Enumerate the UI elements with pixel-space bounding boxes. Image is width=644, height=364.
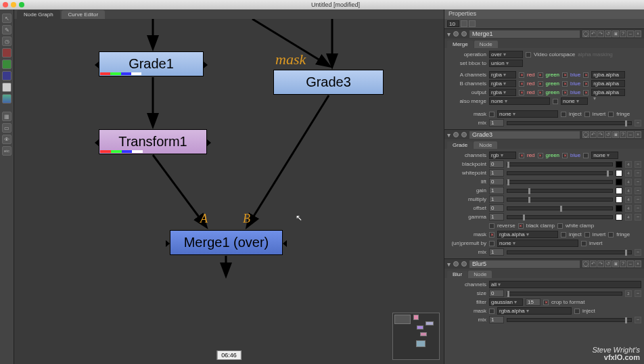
anim-icon[interactable]: ~ xyxy=(635,249,641,256)
b-red-checkbox[interactable] xyxy=(519,81,524,87)
grid-tool-icon[interactable]: ▦ xyxy=(2,112,12,121)
quad-icon[interactable]: 4 xyxy=(625,214,632,221)
tab-grade[interactable]: Grade xyxy=(447,141,473,149)
g-mix-input[interactable]: 1 xyxy=(489,248,504,256)
anim-icon[interactable]: ~ xyxy=(635,161,641,168)
offset-slider[interactable] xyxy=(507,206,613,210)
quad-icon[interactable]: 4 xyxy=(625,170,632,177)
zoom-traffic-light[interactable] xyxy=(19,2,24,7)
minimap[interactable] xyxy=(392,313,440,360)
tab-merge[interactable]: Merge xyxy=(447,41,474,48)
b-alpha-select[interactable]: rgba.alpha xyxy=(591,80,625,87)
undo-icon[interactable]: ↶ xyxy=(590,131,597,138)
whitepoint-slider[interactable] xyxy=(507,171,613,175)
minimize-traffic-light[interactable] xyxy=(11,2,16,7)
a-blue-checkbox[interactable] xyxy=(562,72,568,78)
a-alpha-select[interactable]: rgba.alpha xyxy=(591,71,625,78)
g-mask-select[interactable]: rgba.alpha xyxy=(497,231,558,238)
revert-icon[interactable]: ↺ xyxy=(605,131,612,138)
clock-tool-icon[interactable]: ◷ xyxy=(2,37,12,46)
minimize-panel-icon[interactable]: – xyxy=(627,131,634,138)
quad-icon[interactable]: 4 xyxy=(625,196,632,203)
gamma-slider[interactable] xyxy=(507,215,613,219)
white-tool-icon[interactable] xyxy=(2,83,12,92)
offset-input[interactable]: 0 xyxy=(489,204,504,212)
unpremult-checkbox[interactable] xyxy=(489,241,495,246)
anim-icon[interactable]: ~ xyxy=(635,196,641,203)
close-panel-icon[interactable]: × xyxy=(635,131,641,138)
gradient-tool-icon[interactable] xyxy=(2,94,12,104)
unpremult-invert-checkbox[interactable] xyxy=(581,241,586,246)
red-channel-icon[interactable] xyxy=(2,48,12,58)
close-traffic-light[interactable] xyxy=(3,2,8,7)
blackpoint-slider[interactable] xyxy=(507,162,613,166)
gain-input[interactable]: 1 xyxy=(489,187,504,194)
tab-node[interactable]: Node xyxy=(474,141,497,149)
operation-select[interactable]: over xyxy=(489,51,523,58)
whitepoint-swatch[interactable] xyxy=(616,170,622,177)
alsomerge-checkbox[interactable] xyxy=(553,99,558,104)
whiteclamp-checkbox[interactable] xyxy=(557,223,563,229)
node-tile-color2-icon[interactable] xyxy=(461,261,467,267)
revert-icon[interactable]: ↺ xyxy=(605,30,612,37)
node-grade1[interactable]: Grade1 xyxy=(99,51,204,76)
quad-icon[interactable]: 2 xyxy=(625,290,632,297)
anim-icon[interactable]: ~ xyxy=(635,205,641,212)
g-mask-enable-checkbox[interactable] xyxy=(489,232,495,237)
anim-icon[interactable]: ~ xyxy=(635,179,641,185)
node-graph-canvas[interactable]: mask A B Grade1 Grade3 Transform1 Merge1… xyxy=(14,19,444,364)
gamma-input[interactable]: 1 xyxy=(489,213,504,221)
out-red-checkbox[interactable] xyxy=(519,90,524,95)
tab-node[interactable]: Node xyxy=(468,271,492,278)
reverse-checkbox[interactable] xyxy=(489,223,495,229)
ch-red-checkbox[interactable] xyxy=(519,153,524,158)
tab-node-graph[interactable]: Node Graph xyxy=(17,10,60,19)
bchannels-select[interactable]: rgba xyxy=(489,80,516,87)
lift-slider[interactable] xyxy=(507,180,613,184)
size-input[interactable]: 0 xyxy=(489,290,504,297)
redo-icon[interactable]: ↷ xyxy=(597,30,604,37)
out-blue-checkbox[interactable] xyxy=(562,90,568,95)
output-select[interactable]: rgba xyxy=(489,89,516,96)
help-icon[interactable]: ? xyxy=(620,260,626,267)
node-transform1[interactable]: Transform1 xyxy=(99,129,207,154)
minimize-panel-icon[interactable]: – xyxy=(627,260,634,267)
setbbox-select[interactable]: union xyxy=(489,60,523,67)
redo-icon[interactable]: ↷ xyxy=(597,131,604,138)
clear-icon[interactable] xyxy=(469,20,476,27)
g-fringe-checkbox[interactable] xyxy=(608,232,614,237)
lift-swatch[interactable] xyxy=(616,179,622,185)
b-mix-slider[interactable] xyxy=(507,318,632,322)
b-mask-select[interactable]: rgba.alpha xyxy=(497,307,572,315)
alsomerge-select[interactable]: none xyxy=(489,97,550,105)
node-grade3[interactable]: Grade3 xyxy=(273,70,384,95)
mask-select[interactable]: none xyxy=(497,110,558,118)
out-alpha-select[interactable]: rgba.alpha xyxy=(591,89,625,96)
b-mask-checkbox[interactable] xyxy=(489,309,495,314)
revert-icon[interactable]: ↺ xyxy=(605,260,612,267)
quad-icon[interactable]: 4 xyxy=(625,205,632,212)
g-invert-checkbox[interactable] xyxy=(584,232,590,237)
b-mix-input[interactable]: 1 xyxy=(489,316,504,323)
center-icon[interactable]: ◯ xyxy=(582,131,589,138)
node-merge1[interactable]: Merge1 (over) xyxy=(170,230,283,255)
video-colorspace-checkbox[interactable] xyxy=(526,52,531,58)
a-alpha-checkbox[interactable] xyxy=(583,72,589,78)
disclosure-icon[interactable]: ▾ xyxy=(447,131,451,139)
eye-tool-icon[interactable]: 👁 xyxy=(2,135,12,144)
b-inject-checkbox[interactable] xyxy=(574,309,580,314)
undo-icon[interactable]: ↶ xyxy=(590,260,597,267)
out-alpha-checkbox[interactable] xyxy=(583,90,589,95)
ch-green-checkbox[interactable] xyxy=(538,153,543,158)
lift-input[interactable]: 0 xyxy=(489,178,504,185)
disclosure-icon[interactable]: ▾ xyxy=(447,260,451,268)
fringe-checkbox[interactable] xyxy=(608,112,614,117)
anim-icon[interactable]: ~ xyxy=(635,290,641,297)
ch-none-select[interactable]: none xyxy=(591,152,618,159)
disclosure-icon[interactable]: ▾ xyxy=(447,30,451,38)
float-icon[interactable]: ▣ xyxy=(612,131,619,138)
quality-input[interactable]: 15 xyxy=(526,298,540,306)
green-channel-icon[interactable] xyxy=(2,60,12,69)
quad-icon[interactable]: 4 xyxy=(625,161,632,168)
achannels-select[interactable]: rgba xyxy=(489,71,516,78)
